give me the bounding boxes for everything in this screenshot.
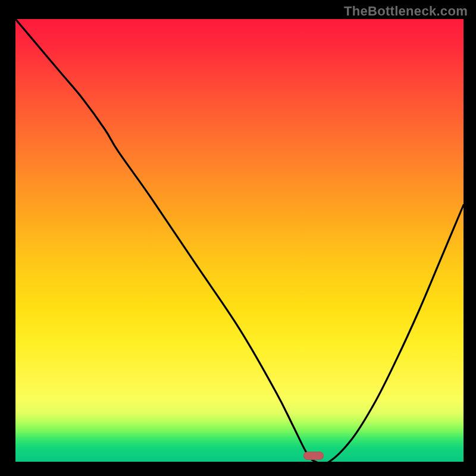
watermark-label: TheBottleneck.com [344,4,468,19]
bottleneck-curve [15,19,464,462]
plot-area [15,19,464,462]
optimal-point-marker [303,452,324,460]
chart-container: TheBottleneck.com [0,0,476,476]
bottleneck-curve-path [15,19,464,462]
